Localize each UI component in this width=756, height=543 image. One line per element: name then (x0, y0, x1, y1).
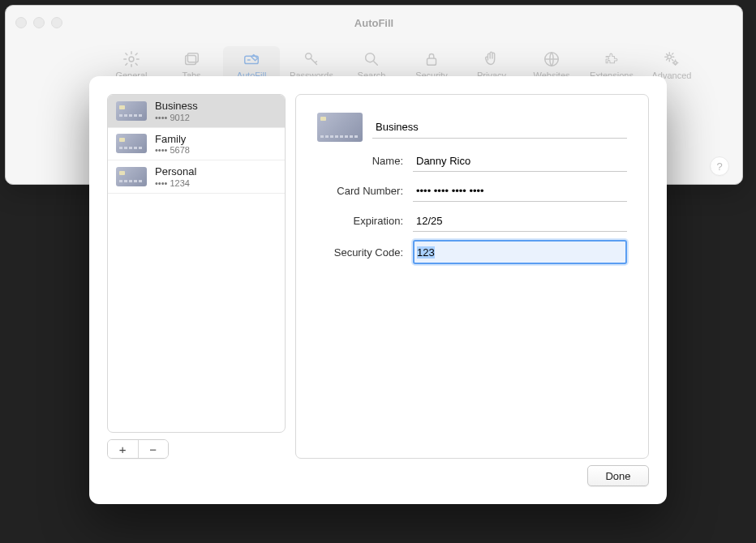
expiration-field[interactable] (413, 210, 627, 232)
card-list-item[interactable]: Family •••• 5678 (108, 128, 285, 161)
credit-card-icon (116, 167, 147, 186)
add-card-button[interactable]: + (108, 440, 139, 458)
card-name: Business (155, 100, 198, 113)
card-number-label: Card Number: (317, 185, 403, 197)
card-name: Family (155, 133, 190, 146)
card-list[interactable]: Business •••• 9012 Family •••• 5678 (107, 94, 286, 433)
card-detail-pane: Name: Card Number: Expiration: Security … (295, 94, 649, 459)
security-code-field[interactable] (413, 240, 627, 264)
card-list-item[interactable]: Personal •••• 1234 (108, 160, 285, 194)
credit-card-icon (116, 134, 147, 153)
card-list-item[interactable]: Business •••• 9012 (108, 95, 285, 128)
security-code-label: Security Code: (317, 246, 403, 259)
plus-icon: + (119, 443, 127, 456)
remove-card-button[interactable]: − (139, 440, 169, 458)
expiration-label: Expiration: (317, 215, 403, 227)
credit-card-icon (116, 101, 147, 121)
card-last-digits: •••• 5678 (155, 145, 190, 155)
card-last-digits: •••• 9012 (155, 113, 198, 122)
add-remove-controls: + − (107, 439, 169, 459)
card-last-digits: •••• 1234 (155, 178, 196, 188)
minus-icon: − (149, 443, 157, 456)
card-number-field[interactable] (413, 180, 627, 202)
card-description-field[interactable] (372, 117, 627, 139)
done-button[interactable]: Done (587, 465, 649, 486)
credit-card-icon (317, 113, 363, 142)
credit-cards-sheet: Business •••• 9012 Family •••• 5678 (89, 76, 667, 504)
card-name: Personal (155, 165, 196, 178)
cardholder-name-field[interactable] (413, 150, 627, 172)
name-label: Name: (317, 155, 403, 167)
